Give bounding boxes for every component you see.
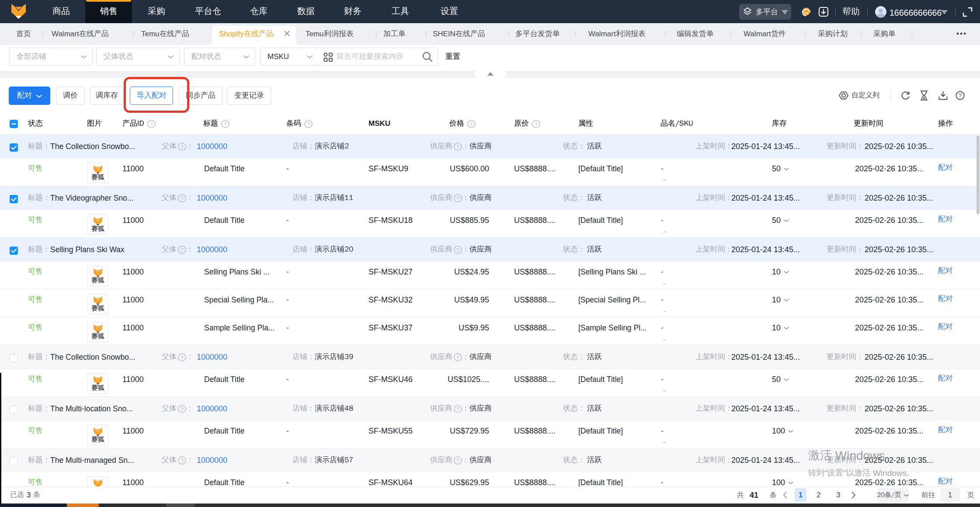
svg-text:?: ? (456, 457, 459, 463)
svg-text:?: ? (307, 121, 310, 126)
svg-text:?: ? (181, 406, 184, 411)
svg-text:?: ? (456, 247, 459, 252)
svg-text:?: ? (456, 354, 459, 360)
svg-text:?: ? (181, 354, 184, 360)
svg-text:?: ? (181, 457, 184, 463)
svg-text:?: ? (224, 121, 227, 126)
svg-text:?: ? (959, 92, 962, 99)
svg-text:?: ? (150, 121, 153, 126)
svg-text:?: ? (181, 247, 184, 252)
svg-text:?: ? (456, 143, 459, 149)
svg-text:?: ? (470, 121, 473, 126)
svg-text:?: ? (181, 143, 184, 149)
svg-text:?: ? (456, 406, 459, 411)
svg-text:?: ? (535, 121, 538, 126)
svg-text:?: ? (456, 195, 459, 201)
svg-text:?: ? (181, 195, 184, 201)
